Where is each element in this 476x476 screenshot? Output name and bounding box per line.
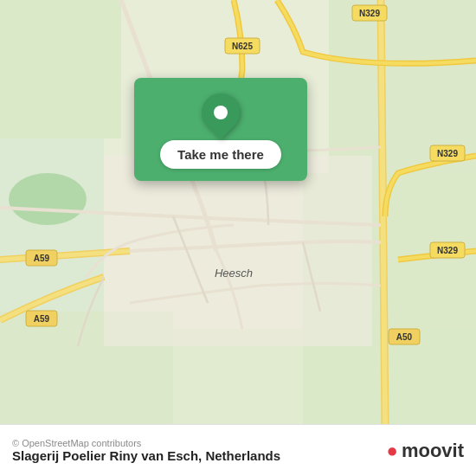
moovit-dot: ● <box>387 440 398 462</box>
place-name: Slagerij Poelier Riny van Esch, Netherla… <box>12 448 280 463</box>
svg-text:N329: N329 <box>437 246 458 255</box>
pin-inner <box>214 106 228 119</box>
location-pin <box>194 86 248 139</box>
osm-credit: © OpenStreetMap contributors <box>12 438 280 448</box>
svg-text:A59: A59 <box>34 254 50 263</box>
info-left: © OpenStreetMap contributors Slagerij Po… <box>12 438 280 463</box>
svg-text:N329: N329 <box>359 9 380 18</box>
svg-text:N329: N329 <box>437 149 458 158</box>
moovit-text: moovit <box>402 440 464 462</box>
svg-text:Heesch: Heesch <box>215 267 253 280</box>
svg-text:A59: A59 <box>34 314 50 324</box>
svg-text:A50: A50 <box>396 332 413 342</box>
map-container: A59 A59 A50 N329 N329 N329 N625 Heesch T… <box>0 0 476 424</box>
moovit-logo: ● moovit <box>387 440 464 462</box>
info-bar: © OpenStreetMap contributors Slagerij Po… <box>0 424 476 476</box>
svg-rect-1 <box>0 0 121 138</box>
take-me-there-button[interactable]: Take me there <box>160 140 281 169</box>
location-card: Take me there <box>134 78 307 181</box>
svg-point-3 <box>9 173 87 225</box>
svg-text:N625: N625 <box>232 42 253 51</box>
